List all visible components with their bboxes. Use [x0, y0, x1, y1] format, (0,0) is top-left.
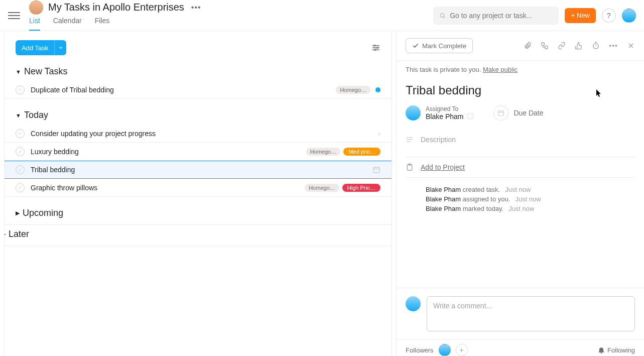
section-header-new-tasks[interactable]: ▼ New Tasks — [5, 62, 392, 81]
field-row: Assigned To Blake Pham Due Date — [406, 105, 635, 121]
tab-files[interactable]: Files — [95, 17, 110, 31]
commenter-avatar — [406, 296, 421, 311]
filter-icon[interactable] — [371, 44, 380, 51]
task-row[interactable]: ✓ Duplicate of Tribal bedding Homego… — [5, 81, 392, 99]
header-title-col: My Tasks in Apollo Enterprises ••• List … — [29, 1, 231, 31]
add-to-project[interactable]: Add to Project — [406, 157, 635, 178]
task-tool-icons: ••• — [524, 42, 635, 50]
task-name: Tribal bedding — [31, 166, 368, 174]
global-search[interactable] — [433, 7, 559, 25]
make-public-link[interactable]: Make public — [483, 66, 518, 73]
chevron-right-icon: › — [378, 130, 380, 138]
description-placeholder: Description — [421, 136, 456, 144]
followers-row: Followers + Following — [397, 339, 644, 356]
status-dot — [375, 87, 380, 92]
svg-point-6 — [376, 47, 378, 49]
user-avatar[interactable] — [622, 9, 636, 23]
page-title: My Tasks in Apollo Enterprises — [48, 2, 184, 13]
task-name: Luxury bedding — [31, 148, 303, 156]
priority-pill[interactable]: High Prio… — [342, 184, 380, 192]
mark-complete-label: Mark Complete — [422, 42, 466, 50]
new-button-label: New — [577, 12, 590, 19]
chevron-right-icon: ▶ — [4, 231, 6, 238]
attachment-icon[interactable] — [524, 42, 532, 50]
priority-pill[interactable]: Med prio… — [343, 148, 380, 156]
privacy-text: This task is private to you. — [406, 66, 481, 73]
task-detail-panel: Mark Complete ••• This task is private t… — [396, 31, 644, 356]
task-fields: Assigned To Blake Pham Due Date Descript… — [397, 105, 644, 178]
following-toggle[interactable]: Following — [598, 346, 635, 354]
svg-point-5 — [374, 45, 375, 46]
section-header-upcoming[interactable]: ▶ Upcoming — [5, 204, 392, 225]
close-icon[interactable] — [627, 42, 635, 50]
timer-icon[interactable] — [592, 42, 600, 50]
complete-checkbox[interactable]: ✓ — [16, 129, 25, 138]
project-tag[interactable]: Homego… — [306, 148, 341, 156]
complete-checkbox[interactable]: ✓ — [16, 165, 25, 174]
help-icon[interactable]: ? — [602, 9, 616, 23]
following-label: Following — [607, 346, 635, 354]
svg-point-14 — [593, 43, 599, 49]
calendar-icon — [493, 105, 508, 121]
activity-item: Blake Pham marked today.Just now — [426, 205, 635, 212]
menu-icon[interactable] — [8, 10, 20, 22]
complete-checkbox[interactable]: ✓ — [16, 183, 25, 192]
complete-checkbox[interactable]: ✓ — [16, 147, 25, 156]
add-project-label: Add to Project — [421, 163, 465, 171]
task-row[interactable]: ✓ Consider updating your project progres… — [5, 125, 392, 143]
tab-list[interactable]: List — [29, 17, 40, 31]
project-tag[interactable]: Homego… — [305, 184, 339, 192]
clipboard-icon — [406, 163, 414, 171]
assignee-field[interactable]: Assigned To Blake Pham — [406, 105, 473, 121]
svg-point-7 — [374, 49, 376, 51]
description-field[interactable]: Description — [406, 131, 635, 157]
svg-rect-12 — [542, 43, 544, 45]
add-task-dropdown[interactable] — [54, 40, 66, 55]
task-row[interactable]: ✓ Tribal bedding — [5, 161, 392, 179]
comment-input[interactable]: Write a comment... — [427, 296, 635, 331]
svg-point-0 — [441, 13, 444, 17]
due-date-field[interactable]: Due Date — [493, 105, 543, 121]
task-row[interactable]: ✓ Luxury bedding Homego… Med prio… — [5, 143, 392, 161]
subtask-icon[interactable] — [541, 42, 549, 50]
followers-label: Followers — [406, 346, 434, 354]
add-task-button[interactable]: Add Task — [16, 40, 54, 55]
mark-complete-button[interactable]: Mark Complete — [406, 38, 473, 53]
activity-item: Blake Pham created task.Just now — [426, 186, 635, 193]
privacy-banner: This task is private to you. Make public — [397, 60, 644, 78]
chevron-right-icon: ▶ — [16, 210, 20, 216]
search-icon — [439, 12, 446, 19]
link-icon[interactable] — [558, 42, 566, 50]
task-row[interactable]: ✓ Graphic throw pillows Homego… High Pri… — [5, 179, 392, 197]
task-toolbar: Mark Complete ••• — [397, 31, 644, 60]
svg-rect-19 — [498, 111, 504, 115]
assignee-avatar — [406, 105, 421, 121]
activity-log: Blake Pham created task.Just now Blake P… — [397, 178, 644, 214]
like-icon[interactable] — [575, 42, 583, 50]
section-header-today[interactable]: ▼ Today — [5, 106, 392, 125]
due-date-label: Due Date — [513, 109, 543, 117]
search-input[interactable] — [450, 12, 553, 20]
chevron-down-icon: ▼ — [16, 112, 21, 118]
follower-avatar[interactable] — [439, 344, 451, 356]
complete-checkbox[interactable]: ✓ — [16, 85, 25, 94]
task-name: Graphic throw pillows — [31, 184, 302, 192]
task-title[interactable]: Tribal bedding — [397, 78, 644, 105]
section-header-later[interactable]: ▶ Later — [4, 225, 392, 246]
activity-item: Blake Pham assigned to you.Just now — [426, 195, 635, 203]
workspace-avatar[interactable] — [29, 1, 43, 15]
tab-calendar[interactable]: Calendar — [53, 17, 82, 31]
more-icon[interactable]: ••• — [609, 42, 618, 50]
task-name: Consider updating your project progress — [31, 130, 378, 138]
project-tag[interactable]: Homego… — [336, 86, 370, 94]
assigned-to-value: Blake Pham — [426, 112, 463, 121]
section-name: New Tasks — [24, 66, 68, 77]
check-icon — [412, 42, 419, 49]
new-button[interactable]: + New — [565, 8, 596, 23]
view-tabs: List Calendar Files — [29, 17, 231, 31]
org-icon — [467, 113, 473, 119]
due-date-icon[interactable] — [372, 166, 380, 174]
title-row: My Tasks in Apollo Enterprises ••• — [29, 1, 231, 15]
add-follower-button[interactable]: + — [456, 344, 468, 356]
title-more-icon[interactable]: ••• — [189, 1, 203, 14]
